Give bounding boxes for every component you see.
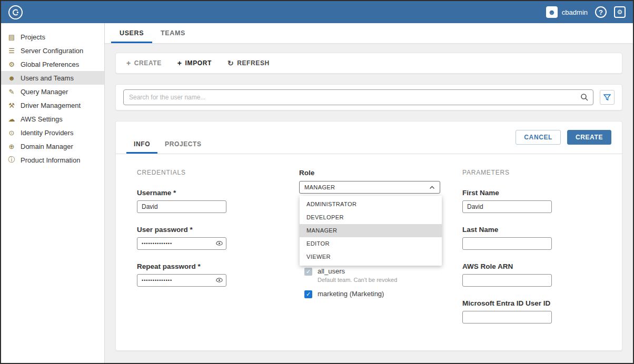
role-option-viewer[interactable]: VIEWER — [300, 250, 442, 264]
sidebar-item-label: Driver Management — [21, 102, 81, 109]
tab-teams[interactable]: TEAMS — [152, 23, 194, 43]
credentials-column: CREDENTIALS Username * User password * — [137, 169, 299, 336]
sidebar-item-product-information[interactable]: ⓘ Product Information — [1, 153, 104, 167]
sidebar-item-label: Server Configuration — [21, 47, 83, 55]
product-information-icon: ⓘ — [7, 155, 16, 165]
tab-users[interactable]: USERS — [111, 23, 152, 43]
entra-id-input[interactable] — [462, 311, 552, 323]
sidebar-item-domain-manager[interactable]: ⊕ Domain Manager — [1, 139, 104, 153]
username-label: Username * — [137, 189, 299, 197]
filter-button[interactable] — [600, 90, 615, 105]
role-dropdown: ADMINISTRATOR DEVELOPER MANAGER EDITOR V… — [300, 196, 442, 266]
last-name-input[interactable] — [462, 237, 552, 250]
sidebar-item-users-and-teams[interactable]: ☻ Users and Teams — [1, 71, 104, 85]
chevron-up-icon — [429, 186, 435, 189]
sidebar-item-driver-management[interactable]: ⚒ Driver Management — [1, 98, 104, 112]
entra-id-label: Microsoft Entra ID User ID — [462, 299, 601, 307]
username-input[interactable] — [137, 200, 226, 213]
user-avatar-icon[interactable]: ☻ — [546, 6, 558, 18]
team-row-marketing: ✓ marketing (Marketing) — [304, 290, 462, 298]
all-users-text: all_users Default team. Can't be revoked — [318, 267, 397, 283]
sidebar-item-label: Projects — [21, 33, 45, 41]
marketing-checkbox[interactable]: ✓ — [304, 290, 312, 298]
show-repeat-password-icon[interactable] — [216, 277, 223, 283]
sidebar-item-global-preferences[interactable]: ⚙ Global Preferences — [1, 57, 104, 71]
user-form-card: INFO PROJECTS CANCEL CREATE CREDENTIALS — [115, 121, 622, 351]
check-icon: ✓ — [306, 291, 311, 298]
password-field-group: User password * — [137, 226, 299, 250]
import-button[interactable]: + IMPORT — [177, 59, 212, 67]
first-name-field-group: First Name — [462, 189, 601, 213]
plus-icon: + — [126, 59, 131, 67]
app-logo-icon[interactable] — [8, 5, 23, 19]
role-option-editor[interactable]: EDITOR — [300, 237, 442, 250]
gear-icon: ⚙ — [617, 8, 623, 16]
refresh-button[interactable]: ↻ REFRESH — [227, 59, 270, 67]
refresh-icon: ↻ — [227, 59, 234, 67]
sidebar-item-label: AWS Settings — [21, 115, 63, 123]
aws-settings-icon: ☁ — [7, 115, 16, 123]
all-users-checkbox: ✓ — [304, 268, 312, 276]
sidebar-item-label: Query Manager — [21, 88, 68, 96]
sidebar-item-label: Global Preferences — [21, 60, 79, 68]
aws-role-arn-field-group: AWS Role ARN — [462, 262, 601, 287]
search-bar — [115, 84, 622, 110]
topbar-username: cbadmin — [562, 8, 588, 16]
password-input-wrap — [137, 237, 226, 250]
first-name-input[interactable] — [462, 200, 552, 213]
role-option-developer[interactable]: DEVELOPER — [300, 211, 442, 224]
entra-id-field-group: Microsoft Entra ID User ID — [462, 299, 601, 323]
question-icon: ? — [599, 8, 603, 16]
sidebar-item-label: Users and Teams — [21, 74, 74, 82]
team-row-all-users: ✓ all_users Default team. Can't be revok… — [304, 267, 462, 283]
password-input[interactable] — [137, 237, 226, 250]
server-configuration-icon: ☰ — [7, 47, 16, 55]
role-option-manager[interactable]: MANAGER — [300, 224, 442, 237]
create-button-label: CREATE — [134, 59, 162, 67]
role-option-administrator[interactable]: ADMINISTRATOR — [300, 198, 442, 211]
parameters-column: PARAMETERS First Name Last Name AWS Role — [462, 169, 601, 336]
check-icon: ✓ — [306, 268, 311, 275]
search-icon[interactable] — [580, 93, 589, 102]
query-manager-icon: ✎ — [7, 88, 16, 96]
cancel-button[interactable]: CANCEL — [516, 130, 561, 145]
tab-projects[interactable]: PROJECTS — [157, 135, 209, 154]
form-actions: CANCEL CREATE — [516, 130, 611, 145]
topbar-right: ☻ cbadmin ? ⚙ — [546, 6, 626, 18]
parameters-heading: PARAMETERS — [462, 169, 601, 176]
aws-role-arn-input[interactable] — [462, 274, 552, 287]
save-create-button[interactable]: CREATE — [567, 130, 611, 145]
app-body: ▤ Projects ☰ Server Configuration ⚙ Glob… — [1, 23, 633, 363]
identity-providers-icon: ⊙ — [7, 129, 16, 137]
repeat-password-label: Repeat password * — [137, 262, 299, 270]
sidebar-item-projects[interactable]: ▤ Projects — [1, 30, 104, 44]
tab-info[interactable]: INFO — [126, 135, 157, 154]
show-password-icon[interactable] — [216, 240, 223, 246]
all-users-note: Default team. Can't be revoked — [318, 277, 397, 283]
username-field-group: Username * — [137, 189, 299, 213]
repeat-password-input[interactable] — [137, 274, 226, 287]
sidebar-item-server-configuration[interactable]: ☰ Server Configuration — [1, 44, 104, 57]
repeat-password-field-group: Repeat password * — [137, 262, 299, 287]
password-label: User password * — [137, 226, 299, 234]
sidebar-item-label: Domain Manager — [21, 143, 73, 150]
help-button[interactable]: ? — [595, 6, 607, 18]
main-tabs: USERS TEAMS — [105, 23, 633, 43]
sidebar-item-aws-settings[interactable]: ☁ AWS Settings — [1, 112, 104, 126]
create-user-button[interactable]: + CREATE — [126, 59, 162, 67]
global-preferences-icon: ⚙ — [7, 60, 16, 68]
scroll-area: + CREATE + IMPORT ↻ REFRESH — [105, 43, 633, 363]
toolbar: + CREATE + IMPORT ↻ REFRESH — [115, 53, 622, 74]
admin-settings-button[interactable]: ⚙ — [614, 6, 626, 18]
search-input-wrap — [123, 89, 593, 105]
role-label: Role — [299, 169, 462, 177]
import-button-label: IMPORT — [185, 59, 212, 67]
role-select[interactable]: MANAGER ADMINISTRATOR DEVELOPER MANAGER … — [299, 181, 440, 194]
sidebar-item-query-manager[interactable]: ✎ Query Manager — [1, 85, 104, 98]
filter-funnel-icon — [603, 93, 611, 102]
sidebar-item-identity-providers[interactable]: ⊙ Identity Providers — [1, 126, 104, 139]
sidebar: ▤ Projects ☰ Server Configuration ⚙ Glob… — [1, 23, 105, 363]
sidebar-item-label: Identity Providers — [21, 129, 73, 137]
sidebar-item-label: Product Information — [21, 156, 80, 164]
search-input[interactable] — [123, 89, 593, 105]
